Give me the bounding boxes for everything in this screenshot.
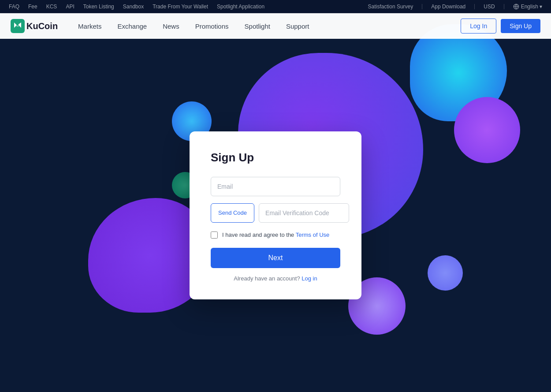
terms-text: I have read and agree to the Terms of Us… <box>222 231 329 239</box>
topbar-satisfaction-survey[interactable]: Satisfaction Survey <box>368 4 413 10</box>
topbar-app-download[interactable]: App Download <box>431 4 465 10</box>
send-code-button[interactable]: Send Code <box>211 203 254 223</box>
nav-exchange[interactable]: Exchange <box>110 19 154 34</box>
topbar-api[interactable]: API <box>66 4 74 10</box>
topbar-sandbox[interactable]: Sandbox <box>123 4 144 10</box>
main-navigation: KuCoin Markets Exchange News Promotions … <box>0 13 551 39</box>
kucoin-logo-icon <box>11 19 25 33</box>
top-bar-left: FAQ Fee KCS API Token Listing Sandbox Tr… <box>9 4 368 10</box>
login-prompt: Already have an account? Log in <box>211 275 340 282</box>
globe-icon <box>513 4 519 10</box>
login-link[interactable]: Log in <box>302 275 317 282</box>
topbar-divider-3 <box>504 4 504 9</box>
topbar-trade-from-wallet[interactable]: Trade From Your Wallet <box>153 4 208 10</box>
next-button[interactable]: Next <box>211 248 340 268</box>
verification-code-field[interactable] <box>259 203 349 223</box>
topbar-fee[interactable]: Fee <box>28 4 37 10</box>
terms-of-use-link[interactable]: Terms of Use <box>296 231 330 238</box>
terms-row: I have read and agree to the Terms of Us… <box>211 231 340 239</box>
nav-spotlight[interactable]: Spotlight <box>238 19 277 34</box>
topbar-english[interactable]: English ▾ <box>513 4 542 10</box>
topbar-spotlight-application[interactable]: Spotlight Application <box>217 4 264 10</box>
nav-markets[interactable]: Markets <box>71 19 108 34</box>
signup-card: Sign Up Send Code I have read and agree … <box>190 131 361 300</box>
topbar-usd[interactable]: USD <box>484 4 495 10</box>
main-content: Sign Up Send Code I have read and agree … <box>0 39 551 392</box>
logo-text: KuCoin <box>26 21 58 31</box>
topbar-divider-2 <box>474 4 475 9</box>
signup-title: Sign Up <box>211 151 340 164</box>
login-button[interactable]: Log In <box>461 19 496 34</box>
nav-support[interactable]: Support <box>279 19 316 34</box>
logo[interactable]: KuCoin <box>11 19 58 33</box>
terms-checkbox[interactable] <box>211 231 218 239</box>
nav-auth-buttons: Log In Sign Up <box>461 19 540 34</box>
signup-button[interactable]: Sign Up <box>501 19 540 33</box>
email-field[interactable] <box>211 177 340 196</box>
topbar-divider-1 <box>422 4 422 9</box>
topbar-faq[interactable]: FAQ <box>9 4 19 10</box>
top-utility-bar: FAQ Fee KCS API Token Listing Sandbox Tr… <box>0 0 551 13</box>
verification-row: Send Code <box>211 203 340 223</box>
topbar-token-listing[interactable]: Token Listing <box>83 4 114 10</box>
nav-news[interactable]: News <box>156 19 186 34</box>
top-bar-right: Satisfaction Survey App Download USD Eng… <box>368 4 542 10</box>
topbar-kcs[interactable]: KCS <box>46 4 57 10</box>
nav-promotions[interactable]: Promotions <box>188 19 236 34</box>
nav-items: Markets Exchange News Promotions Spotlig… <box>71 19 461 34</box>
